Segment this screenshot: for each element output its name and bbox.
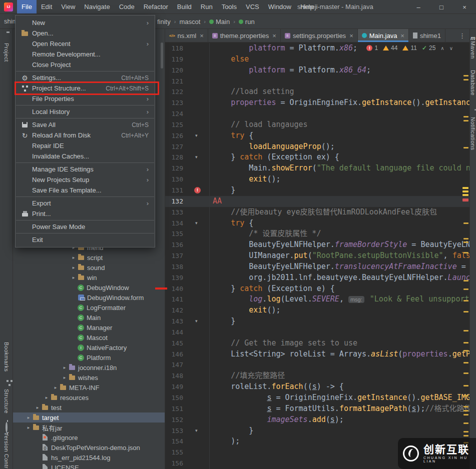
stripe-mark[interactable] <box>463 252 468 254</box>
stripe-mark[interactable] <box>463 79 468 80</box>
menu-item-save-all[interactable]: Save AllCtrl+S <box>16 120 155 130</box>
tab-close-icon[interactable]: × <box>349 32 353 40</box>
tree-expand-icon[interactable]: ▸ <box>70 255 77 260</box>
tree-item-wishes[interactable]: ▸wishes <box>13 372 165 382</box>
stripe-mark[interactable] <box>463 406 468 408</box>
tab-shime1[interactable]: shime1 <box>409 29 445 42</box>
stripe-mark[interactable] <box>463 242 468 243</box>
tab-close-icon[interactable]: × <box>400 32 404 40</box>
tree-item-test[interactable]: ▸test <box>13 402 165 412</box>
editor[interactable]: 118 platform = Platform.x86;119 else120 … <box>165 42 469 469</box>
stripe-mark[interactable] <box>463 362 468 364</box>
stripe-mark[interactable] <box>463 422 468 424</box>
tree-item-joconner-i18n[interactable]: ▸joconner.i18n <box>13 362 165 372</box>
stripe-mark[interactable] <box>463 300 468 302</box>
menu-item-settings[interactable]: Settings...Ctrl+Alt+S <box>16 72 155 83</box>
stripe-mark[interactable] <box>463 280 468 282</box>
stripe-mark[interactable] <box>463 147 468 148</box>
stripe-mark[interactable] <box>463 410 468 412</box>
menu-item-remote-development[interactable]: Remote Development... <box>16 49 155 60</box>
stripe-mark[interactable] <box>463 222 468 224</box>
stripe-mark[interactable] <box>463 120 468 122</box>
minimize-button[interactable]: – <box>407 0 430 14</box>
stripe-mark[interactable] <box>462 198 468 202</box>
fold-icon[interactable]: ▾ <box>195 130 198 142</box>
menu-item-invalidate-caches[interactable]: Invalidate Caches... <box>16 151 155 162</box>
menu-window[interactable]: Window <box>264 0 296 14</box>
tree-expand-icon[interactable]: ▸ <box>25 415 32 420</box>
tab-close-icon[interactable]: × <box>200 32 204 40</box>
stripe-mark[interactable] <box>463 238 468 240</box>
tree-item-gitignore[interactable]: .gitignore <box>13 432 165 442</box>
tree-expand-icon[interactable]: ▸ <box>70 265 77 270</box>
tree-item-desktoppetversion-demo-json[interactable]: {}DeskTopPetVersion-demo.json <box>13 442 165 452</box>
tree-expand-icon[interactable]: ▸ <box>25 425 32 430</box>
tree-item-私有jar[interactable]: ▸私有jar <box>13 422 165 432</box>
menu-run[interactable]: Run <box>196 0 217 14</box>
sidebar-item-project[interactable]: Project <box>4 43 10 64</box>
stripe-mark[interactable] <box>463 311 468 312</box>
stripe-mark[interactable] <box>463 330 468 332</box>
tree-item-debugwindow[interactable]: CDebugWindow <box>13 282 165 292</box>
stripe-mark[interactable] <box>462 190 468 192</box>
menu-item-save-file-as-template[interactable]: Save File as Template... <box>16 185 155 196</box>
fold-icon[interactable]: ▾ <box>195 426 198 436</box>
sidebar-item-version-control[interactable]: Version Control <box>4 432 10 469</box>
menu-item-project-structure[interactable]: Project Structure...Ctrl+Alt+Shift+S <box>16 83 155 94</box>
menu-vcs[interactable]: VCS <box>241 0 264 14</box>
tree-item-main[interactable]: CMain <box>13 312 165 322</box>
menu-navigate[interactable]: Navigate <box>80 0 114 14</box>
tree-expand-icon[interactable]: ▸ <box>43 395 50 400</box>
menu-edit[interactable]: Edit <box>37 0 57 14</box>
tree-item-license[interactable]: LICENSE <box>13 462 165 469</box>
menu-tools[interactable]: Tools <box>217 0 241 14</box>
menu-build[interactable]: Build <box>173 0 196 14</box>
stripe-mark[interactable] <box>462 187 468 189</box>
tree-item-win[interactable]: ▸win <box>13 272 165 282</box>
sidebar-item-structure[interactable]: Structure <box>4 389 10 416</box>
inspection-weak-warnings[interactable]: 11 <box>402 44 416 52</box>
stripe-mark[interactable] <box>463 75 468 76</box>
tree-item-script[interactable]: ▸script <box>13 252 165 262</box>
tab-close-icon[interactable]: × <box>272 32 276 40</box>
tree-expand-icon[interactable]: ▸ <box>70 275 77 280</box>
tree-item-manager[interactable]: CManager <box>13 322 165 332</box>
close-button[interactable]: × <box>453 0 476 14</box>
menu-item-new-projects-setup[interactable]: New Projects Setup› <box>16 174 155 185</box>
stripe-mark[interactable] <box>463 431 468 432</box>
sidebar-item-maven[interactable]: Maven <box>470 41 476 61</box>
tree-item-debugwindow-form[interactable]: DebugWindow.form <box>13 292 165 302</box>
breadcrumb-item-mascot[interactable]: mascot <box>179 18 200 26</box>
inspection-warnings[interactable]: 44 <box>383 44 397 52</box>
menu-item-export[interactable]: Export› <box>16 198 155 208</box>
error-stripe[interactable] <box>462 42 469 469</box>
tab-options-icon[interactable]: ⋮ <box>455 29 469 42</box>
tab-main-java[interactable]: Main.java× <box>358 29 409 42</box>
tree-item-logformatter[interactable]: CLogFormatter <box>13 302 165 312</box>
menu-item-print[interactable]: Print... <box>16 208 155 219</box>
next-highlight-button[interactable]: ∨ <box>449 46 453 51</box>
tree-item-resources[interactable]: ▸resources <box>13 392 165 402</box>
fold-icon[interactable]: ▾ <box>195 316 198 327</box>
sidebar-item-bookmarks[interactable]: Bookmarks <box>4 342 10 374</box>
menu-item-exit[interactable]: Exit <box>16 234 155 245</box>
tree-item-platform[interactable]: CPlatform <box>13 352 165 362</box>
stripe-mark[interactable] <box>463 288 468 290</box>
stripe-mark[interactable] <box>463 350 468 352</box>
stripe-mark[interactable] <box>463 385 468 386</box>
stripe-mark[interactable] <box>462 194 468 196</box>
menu-item-repair-ide[interactable]: Repair IDE <box>16 140 155 151</box>
stripe-mark[interactable] <box>463 435 468 436</box>
menu-item-close-project[interactable]: Close Project <box>16 60 155 70</box>
tree-item-target[interactable]: ▸target <box>13 412 165 422</box>
menu-item-open[interactable]: Open... <box>16 28 155 38</box>
tree-expand-icon[interactable]: ▸ <box>61 365 68 370</box>
menu-code[interactable]: Code <box>115 0 139 14</box>
tree-expand-icon[interactable]: ▸ <box>34 405 41 410</box>
previous-highlight-button[interactable]: ∧ <box>440 46 444 51</box>
tree-item-mascot[interactable]: CMascot <box>13 332 165 342</box>
breadcrumb-item-main[interactable]: Main <box>209 18 230 26</box>
vcs-icon[interactable] <box>6 423 8 432</box>
tree-item-hs-err-pid21544-log[interactable]: hs_err_pid21544.log <box>13 452 165 462</box>
tree-expand-icon[interactable]: ▸ <box>61 375 68 380</box>
